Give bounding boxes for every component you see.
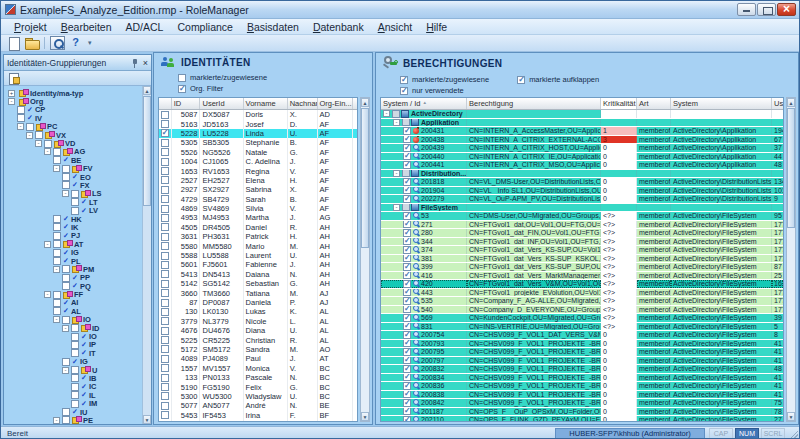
scroll-down-icon[interactable]: ▼ [787,412,795,421]
scroll-up-icon[interactable]: ▲ [361,98,369,107]
tree-checkbox[interactable] [62,181,70,189]
permission-checkbox[interactable] [403,187,411,195]
permission-checkbox[interactable] [403,161,411,169]
tree-checkbox[interactable] [62,173,70,181]
row-checkbox[interactable] [161,214,169,222]
row-checkbox[interactable] [161,186,169,194]
table-row[interactable]: 5453IF5453IrinaF.BF [159,411,357,420]
tree-checkbox[interactable] [53,148,61,156]
permission-row[interactable]: 416CN=FTGvol1_dat_Vers_MarktManagement,O… [381,272,783,281]
tree-node-eo[interactable]: ✓EO [6,173,151,181]
tree-expander-icon[interactable]: + [8,90,15,97]
tree-expander-icon[interactable]: - [44,148,51,155]
tree-checkbox[interactable] [53,257,61,265]
tree-checkbox[interactable] [53,299,61,307]
table-row[interactable]: 4869SV4869SilviaV.AF [159,204,357,213]
tree-node-lv[interactable]: ✓LV [6,206,151,214]
tree-node-pl[interactable]: ✓PL [6,257,151,265]
tree-checkbox[interactable] [71,391,79,399]
toolbar-overflow-chevron[interactable]: ▾ [88,39,92,47]
row-checkbox[interactable] [161,111,169,119]
table-row[interactable]: 5300WU5300WladyslawU.BC [159,392,357,401]
permission-row[interactable]: 200438CN=INTERN_A_CITRIX_EXTERNAL-ACCESS… [381,136,783,145]
tree-checkbox[interactable] [53,223,61,231]
table-row[interactable]: 1557MV1557MonicaV.BC [159,364,357,373]
tree-checkbox[interactable] [53,291,61,299]
permission-checkbox[interactable] [403,348,411,356]
identities-scroll-thumb[interactable] [361,108,369,248]
permission-checkbox[interactable] [403,408,411,416]
permission-checkbox[interactable] [403,306,411,314]
tree-checkbox[interactable] [53,215,61,223]
tree-checkbox[interactable] [71,349,79,357]
tree-node-ip[interactable]: ✓IP [6,341,151,349]
tree-expander-icon[interactable]: - [26,132,33,139]
permission-row[interactable]: 200754CN=CHSV099_F_VOL1_DAT_VERS_V&M_07-… [381,331,783,340]
row-checkbox[interactable] [161,355,169,363]
tree-checkbox[interactable] [71,341,79,349]
table-row[interactable]: 1004CJ1065C. AdelinaJ.AF [159,157,357,166]
tree-node-im[interactable]: ✓IM [6,399,151,407]
tree-checkbox[interactable] [71,190,79,198]
tree-node-cp[interactable]: ✓CP [6,106,151,114]
table-row[interactable]: 5087DX5087DorisX.AD [159,110,357,119]
row-checkbox[interactable] [161,167,169,175]
permission-checkbox[interactable] [403,416,411,421]
permission-checkbox[interactable] [403,382,411,390]
row-checkbox[interactable] [161,402,169,410]
row-checkbox[interactable] [161,233,169,241]
filter-1[interactable]: markierte aufklappen [517,74,599,85]
tree-node-org[interactable]: -Org [6,97,151,105]
permission-row[interactable]: 374CN=FTGvol1_dat_Vers_KS-SUP,OU=Vol1,OU… [381,246,783,255]
new-grouping-icon[interactable] [7,72,20,84]
permission-row[interactable]: 540CN=Company_D_EVERYONE,OU=Groups,OU=AG… [381,306,783,315]
tree-checkbox[interactable] [44,140,52,148]
tree-checkbox[interactable] [62,358,70,366]
permission-group-row[interactable]: -Applikation [381,119,783,128]
resize-grip[interactable] [787,428,799,439]
tree-node-u[interactable]: -U [6,366,151,374]
column-header[interactable]: ID [172,98,201,109]
row-checkbox[interactable] [161,195,169,203]
tree-node-id[interactable]: -ID [6,324,151,332]
tree-node-pp[interactable]: ✓PP [6,274,151,282]
column-header[interactable]: Vorname [244,98,288,109]
dock-close-icon[interactable]: × [143,58,148,68]
tree-checkbox[interactable] [71,374,79,382]
tree-checkbox[interactable] [71,400,79,408]
tree-expander-icon[interactable]: - [8,98,15,105]
pin-icon[interactable] [131,58,140,68]
help-icon[interactable] [68,36,83,50]
tree-node-vx[interactable]: -VX [6,131,151,139]
tree-node-fx[interactable]: ✓FX [6,181,151,189]
tree-node-pc[interactable]: -PC [6,123,151,131]
tree-checkbox[interactable] [53,307,61,315]
table-row[interactable]: 5190FG5190FelixG.BC [159,382,357,391]
tree-expander-icon[interactable]: - [35,140,42,147]
tree-node-lt[interactable]: ✓LT [6,198,151,206]
close-button[interactable] [777,3,796,16]
tree-checkbox[interactable] [17,114,25,122]
permission-checkbox[interactable] [403,331,411,339]
permission-row[interactable]: 201187CN=OPS_F__OuP_OPSxM,OU=Folder,OU=G… [381,408,783,417]
filter-checkbox[interactable] [400,87,408,95]
row-checkbox[interactable] [161,345,169,353]
permission-row[interactable]: 280CN=FTGvol1_dat_FIN,OU=Vol1,OU=FTG,OU=… [381,229,783,238]
permission-row[interactable]: 443CN=FTGvol1_projekte_EVolution,OU=Vol1… [381,289,783,298]
row-checkbox[interactable] [161,317,169,325]
row-checkbox[interactable] [161,242,169,250]
permission-row[interactable]: 271CN=FTGvol1_dat,OU=Vol1,OU=FTG,OU=Grou… [381,221,783,230]
table-row[interactable]: 4729SB4729SarahB.AF [159,195,357,204]
table-row[interactable]: 5077AN5077AndréN.BE [159,401,357,410]
table-row[interactable]: 3660TM3660TatianaM.AJ [159,288,357,297]
tree-node-be[interactable]: ✓BE [6,156,151,164]
filter-checkbox[interactable] [178,85,186,93]
row-checkbox[interactable] [161,327,169,335]
tree-checkbox[interactable] [53,232,61,240]
menu-item-projekt[interactable]: Projekt [7,20,54,34]
tree-checkbox[interactable] [71,324,79,332]
column-header[interactable]: Org-Ein...▲ [318,98,354,109]
column-header[interactable]: System [671,98,772,109]
preview-icon[interactable] [50,36,65,50]
scroll-up-icon[interactable]: ▲ [787,98,795,107]
